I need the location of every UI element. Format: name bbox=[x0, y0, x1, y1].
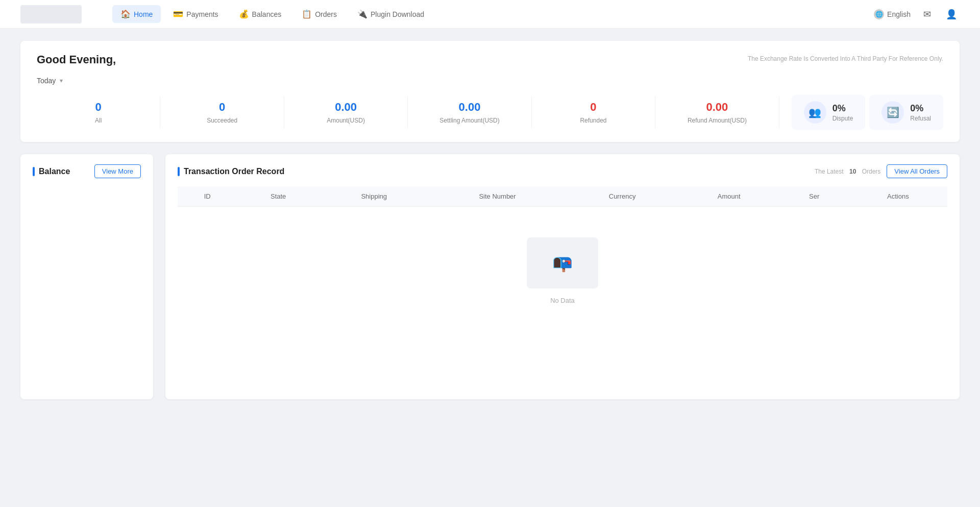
empty-icon: 📭 bbox=[552, 253, 573, 273]
language-selector[interactable]: 🌐 English bbox=[874, 9, 911, 19]
mail-button[interactable]: ✉ bbox=[919, 6, 935, 22]
meta-suffix: Orders bbox=[862, 168, 881, 175]
circ-stat-dispute: 👥 0% Dispute bbox=[792, 95, 866, 130]
orders-nav-icon: 📋 bbox=[302, 9, 312, 19]
transaction-title: Transaction Order Record bbox=[178, 167, 284, 176]
stat-label-refund-amount: Refund Amount(USD) bbox=[662, 117, 772, 124]
user-button[interactable]: 👤 bbox=[943, 6, 960, 22]
refusal-circ-value: 0% bbox=[910, 103, 931, 114]
circ-stat-refusal: 🔄 0% Refusal bbox=[869, 95, 943, 130]
nav-item-plugin-download[interactable]: 🔌Plugin Download bbox=[349, 5, 432, 23]
stat-label-settling-amount: Settling Amount(USD) bbox=[414, 117, 525, 124]
stat-item-all: 0 All bbox=[37, 96, 160, 128]
transaction-header: Transaction Order Record The Latest 10 O… bbox=[178, 164, 947, 178]
date-filter[interactable]: Today ▾ bbox=[37, 77, 943, 85]
main-content: Good Evening, The Exchange Rate Is Conve… bbox=[0, 29, 980, 412]
balances-nav-icon: 💰 bbox=[239, 9, 249, 19]
dispute-circ-value: 0% bbox=[832, 103, 853, 114]
exchange-note: The Exchange Rate Is Converted Into A Th… bbox=[748, 55, 943, 62]
table-col-site-number: Site Number bbox=[429, 186, 567, 207]
user-icon: 👤 bbox=[946, 9, 957, 20]
greeting-text: Good Evening, bbox=[37, 53, 116, 66]
logo bbox=[20, 5, 82, 23]
meta-prefix: The Latest bbox=[815, 168, 844, 175]
meta-count: 10 bbox=[849, 168, 856, 175]
stat-value-amount-usd: 0.00 bbox=[290, 101, 401, 114]
balance-header: Balance View More bbox=[33, 164, 141, 178]
stat-value-succeeded: 0 bbox=[166, 101, 277, 114]
stat-label-amount-usd: Amount(USD) bbox=[290, 117, 401, 124]
refusal-circ-label: Refusal bbox=[910, 115, 931, 122]
table-head: IDStateShippingSite NumberCurrencyAmount… bbox=[178, 186, 947, 207]
nav-item-balances[interactable]: 💰Balances bbox=[231, 5, 290, 23]
date-filter-label: Today bbox=[37, 77, 56, 85]
transaction-column: Transaction Order Record The Latest 10 O… bbox=[165, 154, 960, 399]
orders-nav-label: Orders bbox=[315, 10, 337, 18]
view-all-orders-button[interactable]: View All Orders bbox=[887, 164, 947, 178]
stat-item-refund-amount: 0.00 Refund Amount(USD) bbox=[655, 96, 779, 128]
language-label: English bbox=[887, 10, 911, 18]
transaction-card: Transaction Order Record The Latest 10 O… bbox=[165, 154, 960, 399]
no-data-text: No Data bbox=[550, 297, 575, 304]
dispute-circ-label: Dispute bbox=[832, 115, 853, 122]
stat-value-all: 0 bbox=[43, 101, 154, 114]
transaction-table: IDStateShippingSite NumberCurrencyAmount… bbox=[178, 186, 947, 207]
plugin-download-nav-label: Plugin Download bbox=[371, 10, 424, 18]
view-more-button[interactable]: View More bbox=[94, 164, 141, 178]
mail-icon: ✉ bbox=[923, 9, 931, 20]
home-nav-icon: 🏠 bbox=[120, 9, 131, 19]
circular-stats: 👥 0% Dispute 🔄 0% Refusal bbox=[788, 95, 943, 130]
table-header-row: IDStateShippingSite NumberCurrencyAmount… bbox=[178, 186, 947, 207]
table-col-shipping: Shipping bbox=[320, 186, 429, 207]
nav-item-payments[interactable]: 💳Payments bbox=[165, 5, 226, 23]
chevron-down-icon: ▾ bbox=[60, 77, 63, 84]
stat-item-settling-amount: 0.00 Settling Amount(USD) bbox=[408, 96, 531, 128]
stat-value-settling-amount: 0.00 bbox=[414, 101, 525, 114]
stat-value-refunded: 0 bbox=[538, 101, 649, 114]
table-col-amount: Amount bbox=[678, 186, 780, 207]
stat-label-refunded: Refunded bbox=[538, 117, 649, 124]
no-data-container: 📭 No Data bbox=[178, 207, 947, 335]
stat-label-all: All bbox=[43, 117, 154, 124]
balance-card: Balance View More bbox=[20, 154, 153, 399]
plugin-download-nav-icon: 🔌 bbox=[357, 9, 368, 19]
refusal-circ-icon: 🔄 bbox=[881, 101, 904, 124]
transaction-meta: The Latest 10 Orders View All Orders bbox=[815, 164, 947, 178]
globe-icon: 🌐 bbox=[874, 9, 884, 19]
dashboard-header: Good Evening, The Exchange Rate Is Conve… bbox=[37, 53, 943, 66]
stat-item-refunded: 0 Refunded bbox=[532, 96, 655, 128]
table-col-id: ID bbox=[178, 186, 237, 207]
payments-nav-label: Payments bbox=[186, 10, 218, 18]
home-nav-label: Home bbox=[134, 10, 153, 18]
stats-row: 0 All 0 Succeeded 0.00 Amount(USD) 0.00 … bbox=[37, 95, 943, 130]
navbar-right: 🌐 English ✉ 👤 bbox=[874, 6, 960, 22]
table-col-actions: Actions bbox=[849, 186, 947, 207]
navbar: 🏠Home💳Payments💰Balances📋Orders🔌Plugin Do… bbox=[0, 0, 980, 29]
no-data-image: 📭 bbox=[527, 237, 598, 288]
balance-column: Balance View More bbox=[20, 154, 153, 399]
balances-nav-label: Balances bbox=[252, 10, 282, 18]
stat-item-succeeded: 0 Succeeded bbox=[160, 96, 284, 128]
table-meta-text: The Latest 10 Orders bbox=[815, 168, 880, 175]
transaction-table-wrapper: IDStateShippingSite NumberCurrencyAmount… bbox=[178, 186, 947, 335]
nav-menu: 🏠Home💳Payments💰Balances📋Orders🔌Plugin Do… bbox=[112, 5, 874, 23]
dashboard-card: Good Evening, The Exchange Rate Is Conve… bbox=[20, 41, 960, 142]
table-col-ser: Ser bbox=[780, 186, 849, 207]
stat-value-refund-amount: 0.00 bbox=[662, 101, 772, 114]
stat-label-succeeded: Succeeded bbox=[166, 117, 277, 124]
two-column-layout: Balance View More Transaction Order Reco… bbox=[20, 154, 960, 399]
table-col-currency: Currency bbox=[566, 186, 678, 207]
nav-item-orders[interactable]: 📋Orders bbox=[293, 5, 345, 23]
table-col-state: State bbox=[237, 186, 319, 207]
balance-title: Balance bbox=[33, 167, 70, 176]
nav-item-home[interactable]: 🏠Home bbox=[112, 5, 161, 23]
payments-nav-icon: 💳 bbox=[173, 9, 183, 19]
stat-item-amount-usd: 0.00 Amount(USD) bbox=[284, 96, 408, 128]
dispute-circ-icon: 👥 bbox=[804, 101, 826, 124]
